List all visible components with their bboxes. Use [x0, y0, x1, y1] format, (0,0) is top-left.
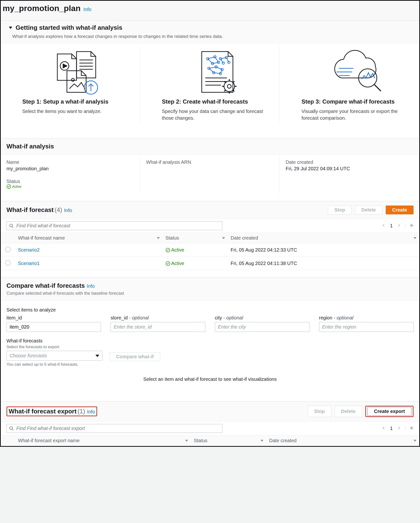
export-search-input[interactable] — [16, 426, 220, 431]
forecast-create-button[interactable]: Create — [386, 205, 413, 214]
collapse-caret-icon[interactable] — [9, 27, 12, 29]
step-2: Step 2: Create what-if forecasts Specify… — [140, 46, 280, 124]
analysis-status-label: Status — [7, 179, 134, 184]
search-icon — [9, 223, 14, 228]
analysis-date-label: Date created — [286, 159, 413, 165]
compare-whatif-button[interactable]: Compare what-if — [110, 352, 160, 361]
analysis-status-value: Active — [7, 184, 134, 189]
svg-line-52 — [12, 226, 13, 228]
forecast-info-link[interactable]: Info — [64, 208, 72, 213]
table-row[interactable]: Scenario1 Active Fri, 05 Aug 2022 04:11:… — [1, 257, 419, 270]
svg-point-58 — [411, 428, 412, 429]
analysis-date-value: Fri, 29 Jul 2022 04:09:14 UTC — [286, 166, 413, 172]
export-delete-button[interactable]: Delete — [335, 406, 362, 417]
row-status-text: Active — [171, 247, 184, 253]
export-pager: 1 — [382, 426, 413, 431]
pager-next-icon[interactable] — [397, 426, 401, 431]
sort-icon — [413, 440, 416, 442]
status-check-icon — [165, 248, 170, 253]
svg-line-57 — [12, 429, 13, 430]
page-info-link[interactable]: Info — [83, 7, 91, 12]
row-status: Active — [165, 261, 225, 266]
svg-line-33 — [221, 59, 223, 63]
pager-prev-icon[interactable] — [382, 223, 386, 228]
wf-sub: Select the forecasts to export — [7, 345, 102, 349]
store-id-input[interactable] — [111, 322, 205, 332]
compare-subtext: Compare selected what-if forecasts with … — [7, 291, 413, 296]
city-label: city - optional — [215, 315, 309, 321]
settings-gear-icon[interactable] — [405, 426, 413, 431]
pager-next-icon[interactable] — [397, 223, 401, 228]
svg-line-41 — [216, 67, 222, 70]
svg-point-11 — [227, 84, 231, 88]
export-table: What-if forecast export name Status Date… — [1, 435, 419, 446]
sort-icon — [185, 440, 188, 442]
analysis-heading: What-if analysis — [7, 143, 54, 150]
chevron-down-icon — [95, 355, 99, 357]
forecasts-dropdown[interactable]: Choose forecasts — [7, 351, 102, 361]
export-search-box[interactable] — [7, 424, 222, 433]
export-panel: What-if forecast export (1) Info Stop De… — [1, 401, 419, 446]
sort-icon — [261, 440, 263, 442]
forecast-delete-button[interactable]: Delete — [355, 205, 382, 214]
analysis-arn-label: What-if analysis ARN — [146, 159, 274, 165]
region-input[interactable] — [319, 322, 413, 332]
settings-gear-icon[interactable] — [405, 223, 413, 228]
store-id-label: store_id - optional — [111, 315, 205, 321]
create-export-highlight: Create export — [365, 406, 413, 417]
export-info-link[interactable]: Info — [87, 409, 95, 415]
create-export-button[interactable]: Create export — [368, 407, 411, 416]
wf-hint: You can select up to 5 what-if forecasts… — [7, 362, 102, 367]
svg-line-42 — [209, 68, 214, 73]
compare-empty-msg: Select an item and what-if forecast to s… — [7, 376, 413, 382]
pager-prev-icon[interactable] — [382, 426, 386, 431]
svg-line-25 — [208, 59, 213, 64]
forecast-name-link[interactable]: Scenario1 — [18, 261, 40, 266]
col-export-status[interactable]: Status — [191, 435, 266, 446]
pager-page-number: 1 — [390, 223, 393, 229]
table-row[interactable]: Scenario2 Active Fri, 05 Aug 2022 04:12:… — [1, 243, 419, 257]
item-id-label: item_id — [7, 315, 101, 321]
region-label: region - optional — [319, 315, 413, 321]
city-input[interactable] — [215, 322, 309, 332]
export-count: (1) — [77, 408, 85, 415]
search-icon — [9, 426, 14, 431]
step3-desc: Visually compare your forecasts or expor… — [302, 108, 410, 121]
row-status: Active — [165, 247, 225, 253]
item-id-input[interactable] — [7, 322, 101, 332]
col-export-name[interactable]: What-if forecast export name — [15, 435, 191, 446]
export-stop-button[interactable]: Stop — [308, 406, 331, 417]
step-3: Step 3: Compare what-if forecasts Visual… — [280, 46, 419, 124]
getting-started-header[interactable]: Getting started with what-if analysis Wh… — [1, 21, 419, 43]
row-radio[interactable] — [5, 247, 10, 252]
pager-page-number: 1 — [390, 426, 393, 431]
forecast-search-input[interactable] — [16, 223, 220, 229]
step1-illustration — [22, 48, 131, 96]
forecast-stop-button[interactable]: Stop — [328, 205, 351, 214]
col-forecast-name[interactable]: What-if forecast name — [15, 233, 163, 243]
row-radio[interactable] — [5, 260, 10, 265]
compare-panel: Compare what-if forecasts Info Compare s… — [1, 278, 419, 394]
status-check-icon — [7, 184, 11, 189]
step-1: Step 1: Setup a what-if analysis Select … — [1, 46, 140, 124]
getting-started-panel: Getting started with what-if analysis Wh… — [1, 20, 419, 131]
col-forecast-date[interactable]: Date created — [228, 233, 419, 243]
dropdown-placeholder: Choose forecasts — [10, 353, 47, 359]
forecast-panel: What-if forecast (4) Info Stop Delete Cr… — [1, 201, 419, 270]
compare-info-link[interactable]: Info — [87, 283, 95, 289]
step2-desc: Specify how your data can change and for… — [162, 108, 270, 121]
row-date: Fri, 05 Aug 2022 04:12:33 UTC — [228, 243, 419, 257]
step2-title: Step 2: Create what-if forecasts — [162, 98, 270, 105]
forecast-name-link[interactable]: Scenario2 — [18, 247, 40, 253]
step3-illustration — [302, 48, 410, 96]
analysis-name-value: my_promotion_plan — [7, 166, 134, 172]
col-export-date[interactable]: Date created — [266, 435, 419, 446]
export-heading: What-if forecast export — [9, 408, 76, 415]
col-forecast-status[interactable]: Status — [163, 233, 228, 243]
select-items-label: Select items to analyze — [7, 307, 413, 313]
getting-started-subtext: What-if analysis explores how a forecast… — [12, 34, 412, 39]
step1-title: Step 1: Setup a what-if analysis — [22, 98, 131, 105]
forecast-count: (4) — [54, 206, 62, 214]
sort-icon — [157, 237, 160, 239]
forecast-search-box[interactable] — [7, 221, 222, 230]
